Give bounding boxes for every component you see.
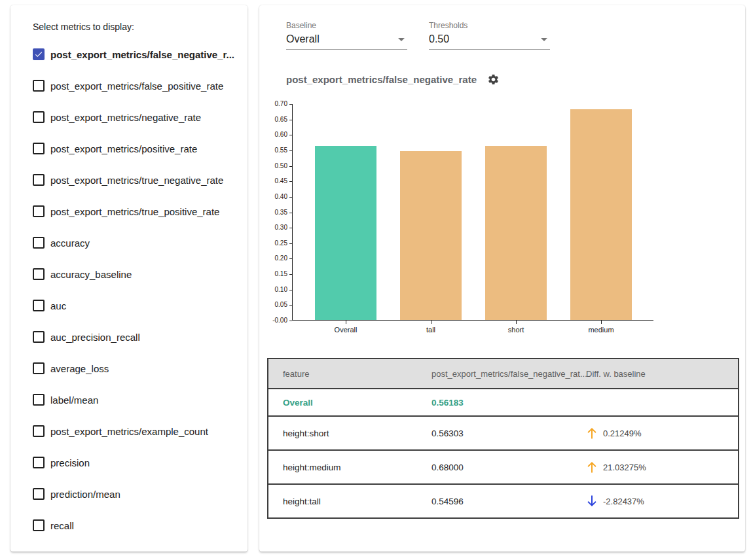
table-row-height-medium[interactable]: height:medium0.6800021.03275%	[268, 449, 738, 483]
thresholds-dropdown-label: Thresholds	[429, 21, 550, 30]
y-axis-tick-label: 0.35	[275, 209, 287, 216]
x-axis-tick-label: tall	[426, 326, 435, 334]
metric-checkbox-item[interactable]: average_loss	[33, 360, 247, 376]
bar-tall[interactable]	[400, 151, 462, 320]
metric-checkbox-item[interactable]: recall	[33, 517, 247, 533]
checkbox-unchecked-icon[interactable]	[33, 237, 45, 249]
y-axis-tick-label: 0.70	[275, 101, 287, 107]
metric-checkbox-item[interactable]: post_export_metrics/example_count	[33, 423, 247, 439]
checkbox-unchecked-icon[interactable]	[33, 300, 45, 311]
bar-short[interactable]	[485, 146, 547, 320]
y-axis-tick-mark	[289, 321, 292, 321]
y-axis-tick-label: 0.05	[275, 302, 287, 308]
checkbox-unchecked-icon[interactable]	[33, 488, 45, 500]
metric-value-cell: 0.56183	[431, 398, 586, 408]
baseline-dropdown-label: Baseline	[286, 21, 407, 30]
y-axis-tick-label: 0.30	[275, 224, 287, 231]
y-axis-tick-label: 0.20	[275, 255, 287, 262]
y-axis-tick-label: 0.55	[275, 147, 287, 154]
metric-label: post_export_metrics/false_negative_r...	[50, 49, 234, 60]
checkbox-unchecked-icon[interactable]	[33, 331, 45, 343]
diff-percent-label: -2.82437%	[603, 497, 644, 506]
metric-checkbox-item[interactable]: post_export_metrics/false_positive_rate	[33, 78, 247, 94]
diff-percent-label: 0.21249%	[603, 429, 642, 438]
arrow-down-icon	[586, 495, 598, 508]
checkbox-checked-icon[interactable]	[33, 48, 45, 60]
chart-title: post_export_metrics/false_negative_rate	[286, 74, 477, 85]
feature-cell: height:medium	[283, 463, 431, 472]
x-axis-tick-mark	[346, 321, 346, 324]
bar-medium[interactable]	[570, 109, 632, 320]
metric-checkbox-item[interactable]: auc_precision_recall	[33, 329, 247, 345]
baseline-dropdown[interactable]: Baseline Overall	[286, 21, 407, 50]
metric-checkbox-item[interactable]: post_export_metrics/true_positive_rate	[33, 203, 247, 219]
x-axis-tick-label: Overall	[335, 326, 357, 334]
table-row-Overall[interactable]: Overall0.56183	[268, 388, 738, 415]
diff-cell: 21.03275%	[586, 461, 738, 474]
x-axis-tick-mark	[431, 321, 431, 324]
metric-list: post_export_metrics/false_negative_r...p…	[33, 46, 247, 533]
controls-row: Baseline Overall Thresholds 0.50	[259, 5, 745, 50]
column-header-feature: feature	[283, 369, 431, 379]
metric-label: average_loss	[50, 363, 109, 374]
diff-cell: -2.82437%	[586, 495, 738, 508]
checkbox-unchecked-icon[interactable]	[33, 362, 45, 374]
checkbox-unchecked-icon[interactable]	[33, 519, 45, 531]
metric-value-cell: 0.68000	[431, 463, 586, 472]
metric-label: accuracy	[50, 237, 90, 249]
checkbox-unchecked-icon[interactable]	[33, 394, 45, 406]
column-header-metric: post_export_metrics/false_negative_rat..…	[431, 369, 586, 379]
arrow-up-icon	[586, 461, 598, 474]
y-axis: 0.700.650.600.550.500.450.400.350.300.25…	[272, 104, 292, 321]
metric-checkbox-item[interactable]: precision	[33, 455, 247, 470]
baseline-dropdown-value: Overall	[286, 33, 320, 45]
checkbox-unchecked-icon[interactable]	[33, 457, 45, 468]
bar-Overall[interactable]	[315, 146, 376, 320]
checkbox-unchecked-icon[interactable]	[33, 111, 45, 123]
metric-checkbox-item[interactable]: post_export_metrics/positive_rate	[33, 141, 247, 156]
metric-label: post_export_metrics/positive_rate	[50, 143, 197, 154]
table-row-height-tall[interactable]: height:tall0.54596-2.82437%	[268, 483, 738, 517]
feature-cell: Overall	[283, 398, 431, 408]
checkbox-unchecked-icon[interactable]	[33, 268, 45, 280]
x-axis-tick-mark	[601, 321, 602, 324]
checkbox-unchecked-icon[interactable]	[33, 80, 45, 92]
gear-icon[interactable]	[487, 73, 500, 86]
checkbox-unchecked-icon[interactable]	[33, 174, 45, 186]
metric-value-cell: 0.54596	[431, 497, 586, 506]
metric-label: post_export_metrics/example_count	[50, 426, 208, 437]
plot-area: Overalltallshortmedium	[292, 104, 653, 321]
y-axis-tick-label: 0.65	[275, 116, 287, 123]
metrics-table: feature post_export_metrics/false_negati…	[267, 358, 739, 519]
metric-label: label/mean	[50, 394, 98, 406]
metric-checkbox-item[interactable]: label/mean	[33, 392, 247, 408]
metric-value-cell: 0.56303	[431, 429, 586, 438]
metrics-display-panel: Baseline Overall Thresholds 0.50 post_ex…	[259, 5, 745, 551]
x-axis-tick-label: medium	[588, 326, 614, 334]
metric-checkbox-item[interactable]: post_export_metrics/negative_rate	[33, 109, 247, 125]
y-axis-tick-label: 0.25	[275, 240, 287, 247]
y-axis-tick-label: 0.15	[275, 271, 287, 277]
metric-checkbox-item[interactable]: post_export_metrics/true_negative_rate	[33, 172, 247, 188]
metric-label: post_export_metrics/negative_rate	[50, 112, 201, 123]
checkbox-unchecked-icon[interactable]	[33, 143, 45, 154]
metric-label: precision	[50, 457, 90, 468]
metric-checkbox-item[interactable]: accuracy_baseline	[33, 266, 247, 282]
metric-checkbox-item[interactable]: prediction/mean	[33, 486, 247, 502]
arrow-up-icon	[586, 427, 598, 440]
column-header-diff: Diff. w. baseline	[586, 369, 738, 379]
checkbox-unchecked-icon[interactable]	[33, 205, 45, 217]
diff-percent-label: 21.03275%	[603, 463, 646, 472]
metric-label: post_export_metrics/false_positive_rate	[50, 80, 223, 92]
y-axis-tick-label: 0.45	[275, 178, 287, 184]
bar-chart: 0.700.650.600.550.500.450.400.350.300.25…	[272, 104, 745, 347]
checkbox-unchecked-icon[interactable]	[33, 425, 45, 437]
metric-label: recall	[50, 520, 74, 531]
table-row-height-short[interactable]: height:short0.563030.21249%	[268, 415, 738, 449]
metric-checkbox-item[interactable]: post_export_metrics/false_negative_r...	[33, 46, 247, 62]
metric-checkbox-item[interactable]: accuracy	[33, 235, 247, 251]
metric-label: post_export_metrics/true_negative_rate	[50, 175, 223, 186]
metric-checkbox-item[interactable]: auc	[33, 298, 247, 313]
table-header-row: feature post_export_metrics/false_negati…	[268, 359, 738, 388]
thresholds-dropdown[interactable]: Thresholds 0.50	[429, 21, 550, 50]
